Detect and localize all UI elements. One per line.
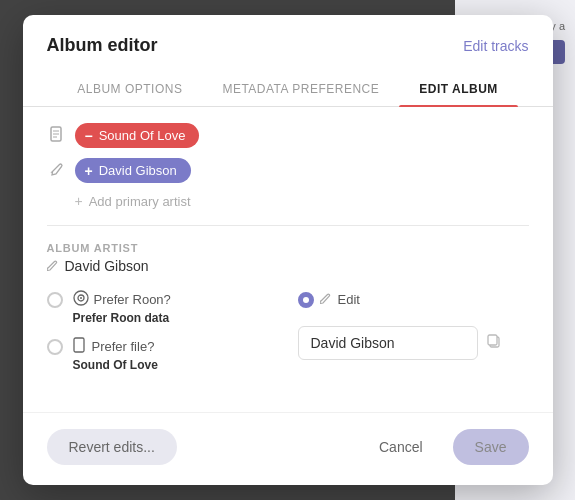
david-gibson-row: + David Gibson: [47, 158, 529, 183]
prefer-file-subtitle: Sound Of Love: [73, 358, 158, 372]
tab-metadata-preference[interactable]: METADATA PREFERENCE: [202, 72, 399, 106]
roon-volume-icon: [73, 290, 89, 309]
david-gibson-tag[interactable]: + David Gibson: [75, 158, 191, 183]
section-divider: [47, 225, 529, 226]
svg-point-6: [80, 297, 82, 299]
modal-header: Album editor Edit tracks: [23, 15, 553, 56]
plus-icon-small: +: [75, 193, 83, 209]
plus-symbol: +: [85, 164, 93, 178]
options-row: Prefer Roon? Prefer Roon data: [47, 290, 529, 372]
tabs-bar: ALBUM OPTIONS METADATA PREFERENCE EDIT A…: [23, 72, 553, 107]
edit-input-row: [298, 326, 529, 360]
tab-album-options[interactable]: ALBUM OPTIONS: [57, 72, 202, 106]
album-artist-section: ALBUM ARTIST David Gibson: [47, 242, 529, 274]
revert-edits-button[interactable]: Revert edits...: [47, 429, 177, 465]
add-primary-artist-label: Add primary artist: [89, 194, 191, 209]
file-icon: [73, 337, 87, 356]
edit-row: Edit: [298, 290, 529, 308]
pencil-icon: [47, 162, 67, 180]
options-right: Edit: [278, 290, 529, 372]
album-editor-modal: Album editor Edit tracks ALBUM OPTIONS M…: [23, 15, 553, 485]
prefer-roon-content: Prefer Roon? Prefer Roon data: [73, 290, 171, 325]
edit-radio[interactable]: [298, 292, 314, 308]
prefer-roon-subtitle: Prefer Roon data: [73, 311, 171, 325]
modal-body: − Sound Of Love + David Gibson + Add pri…: [23, 107, 553, 412]
edit-label: Edit: [338, 292, 360, 307]
prefer-file-title: Prefer file?: [73, 337, 158, 356]
modal-title: Album editor: [47, 35, 158, 56]
album-artist-name: David Gibson: [65, 258, 149, 274]
save-button[interactable]: Save: [453, 429, 529, 465]
edit-tracks-link[interactable]: Edit tracks: [463, 38, 528, 54]
sound-of-love-row: − Sound Of Love: [47, 123, 529, 148]
prefer-roon-option[interactable]: Prefer Roon? Prefer Roon data: [47, 290, 278, 325]
sound-of-love-label: Sound Of Love: [99, 128, 186, 143]
minus-symbol: −: [85, 129, 93, 143]
album-artist-pencil-icon: [47, 258, 59, 274]
copy-icon[interactable]: [486, 333, 502, 353]
sound-of-love-tag[interactable]: − Sound Of Love: [75, 123, 200, 148]
album-artist-label: ALBUM ARTIST: [47, 242, 529, 254]
document-icon: [47, 126, 67, 146]
tab-edit-album[interactable]: EDIT ALBUM: [399, 72, 518, 106]
cancel-button[interactable]: Cancel: [357, 429, 445, 465]
david-gibson-label: David Gibson: [99, 163, 177, 178]
modal-footer: Revert edits... Cancel Save: [23, 412, 553, 485]
svg-rect-9: [488, 335, 497, 345]
options-left: Prefer Roon? Prefer Roon data: [47, 290, 278, 372]
prefer-file-radio[interactable]: [47, 339, 63, 355]
prefer-roon-title: Prefer Roon?: [73, 290, 171, 309]
prefer-file-content: Prefer file? Sound Of Love: [73, 337, 158, 372]
edit-value-input[interactable]: [298, 326, 478, 360]
footer-right: Cancel Save: [357, 429, 529, 465]
album-artist-value: David Gibson: [47, 258, 529, 274]
add-primary-artist-row[interactable]: + Add primary artist: [47, 193, 529, 209]
prefer-file-option[interactable]: Prefer file? Sound Of Love: [47, 337, 278, 372]
edit-pencil-icon: [320, 290, 332, 308]
svg-rect-7: [74, 338, 84, 352]
prefer-roon-radio[interactable]: [47, 292, 63, 308]
